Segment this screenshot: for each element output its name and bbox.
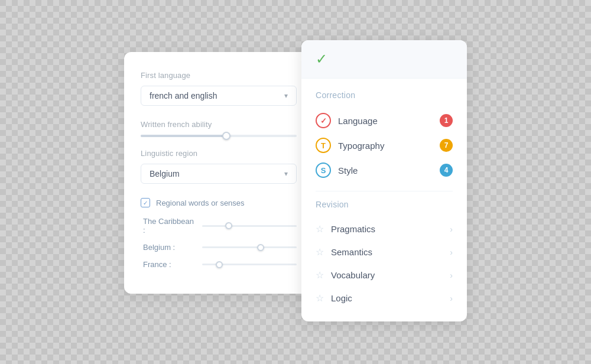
regional-row: The Caribbean : xyxy=(143,217,297,235)
regional-checkbox[interactable]: ✓ xyxy=(141,198,150,207)
revision-item-logic[interactable]: ☆ Logic › xyxy=(316,287,453,310)
typography-label: Typography xyxy=(338,141,440,151)
regional-row: France : xyxy=(143,260,297,269)
chevron-right-icon: › xyxy=(450,248,453,257)
slider-fill xyxy=(141,135,226,137)
typography-badge: 7 xyxy=(440,139,453,152)
belgium-thumb[interactable] xyxy=(257,244,264,251)
semantics-label: Semantics xyxy=(331,247,450,257)
slider-thumb[interactable] xyxy=(222,132,230,140)
logic-label: Logic xyxy=(331,293,450,303)
header-check-icon: ✓ xyxy=(316,51,327,67)
first-language-value: french and english xyxy=(150,91,217,100)
correction-section-title: Correction xyxy=(316,90,453,100)
france-slider[interactable] xyxy=(202,264,297,265)
settings-card: First language french and english ▾ Writ… xyxy=(124,52,313,294)
revision-item-pragmatics[interactable]: ☆ Pragmatics › xyxy=(316,217,453,240)
linguistic-region-dropdown[interactable]: Belgium ▾ xyxy=(141,164,297,184)
typography-icon: T xyxy=(316,138,331,153)
star-icon: ☆ xyxy=(316,246,324,258)
card-header: ✓ xyxy=(301,40,467,79)
linguistic-region-value: Belgium xyxy=(150,169,180,178)
written-french-slider[interactable] xyxy=(141,135,297,137)
linguistic-region-label: Linguistic region xyxy=(141,149,297,158)
regional-row: Belgium : xyxy=(143,243,297,252)
dropdown-arrow-icon: ▾ xyxy=(284,92,288,100)
section-divider xyxy=(316,191,453,191)
style-icon: S xyxy=(316,162,331,178)
caribbean-thumb[interactable] xyxy=(225,222,232,229)
region-name-caribbean: The Caribbean : xyxy=(143,217,196,235)
chevron-right-icon: › xyxy=(450,294,453,303)
correction-item-typography[interactable]: T Typography 7 xyxy=(316,133,453,158)
star-icon: ☆ xyxy=(316,269,324,281)
star-icon: ☆ xyxy=(316,292,324,304)
checkbox-check-icon: ✓ xyxy=(143,200,148,206)
pragmatics-label: Pragmatics xyxy=(331,224,450,234)
written-french-label: Written french ability xyxy=(141,120,297,129)
language-icon: ✓ xyxy=(316,113,331,128)
correction-card: ✓ Correction ✓ Language 1 T Typography 7… xyxy=(301,40,467,321)
correction-item-style[interactable]: S Style 4 xyxy=(316,158,453,183)
first-language-dropdown[interactable]: french and english ▾ xyxy=(141,86,297,106)
region-name-belgium: Belgium : xyxy=(143,243,196,252)
style-label: Style xyxy=(338,165,440,176)
revision-item-vocabulary[interactable]: ☆ Vocabulary › xyxy=(316,264,453,287)
star-icon: ☆ xyxy=(316,223,324,235)
first-language-label: First language xyxy=(141,71,297,80)
language-label: Language xyxy=(338,116,440,126)
revision-section-title: Revision xyxy=(316,200,453,209)
belgium-slider[interactable] xyxy=(202,246,297,248)
chevron-right-icon: › xyxy=(450,271,453,280)
regional-checkbox-label: Regional words or senses xyxy=(156,199,245,207)
dropdown-arrow-icon-2: ▾ xyxy=(284,170,288,178)
correction-item-language[interactable]: ✓ Language 1 xyxy=(316,108,453,133)
chevron-right-icon: › xyxy=(450,225,453,234)
caribbean-slider[interactable] xyxy=(202,225,297,227)
main-scene: First language french and english ▾ Writ… xyxy=(124,40,467,324)
style-badge: 4 xyxy=(440,164,453,177)
revision-item-semantics[interactable]: ☆ Semantics › xyxy=(316,240,453,264)
region-name-france: France : xyxy=(143,260,196,269)
vocabulary-label: Vocabulary xyxy=(331,270,450,280)
regional-rows: The Caribbean : Belgium : France : xyxy=(141,217,297,269)
language-badge: 1 xyxy=(440,114,453,127)
france-thumb[interactable] xyxy=(216,261,223,268)
card-body: Correction ✓ Language 1 T Typography 7 S… xyxy=(301,79,467,321)
